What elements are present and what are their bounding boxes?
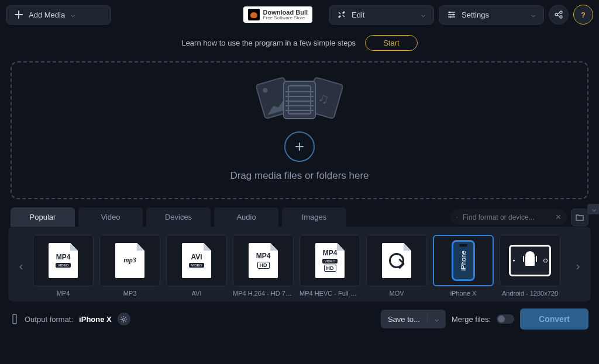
collapse-toggle[interactable]: ⌵ <box>587 204 599 214</box>
search-input[interactable] <box>463 213 550 221</box>
format-label: MP4 <box>57 290 70 297</box>
merge-files-toggle[interactable] <box>497 314 514 324</box>
folder-icon <box>576 214 584 221</box>
video-icon <box>283 81 316 119</box>
format-label: MOV <box>389 290 404 297</box>
logo-line2: Free Software Store <box>263 16 308 20</box>
merge-files-label: Merge files: <box>452 315 491 324</box>
edit-label: Edit <box>352 11 364 19</box>
chevron-down-icon: ⌵ <box>421 11 425 19</box>
gear-icon <box>120 316 128 323</box>
chevron-down-icon: ⌵ <box>531 11 535 19</box>
logo-line1: Download Bull <box>263 9 308 16</box>
format-mp4[interactable]: MP4VIDEO MP4 <box>33 235 94 297</box>
help-icon: ? <box>581 11 586 19</box>
folder-button[interactable] <box>571 209 588 226</box>
tab-devices[interactable]: Devices <box>146 207 211 227</box>
svg-rect-7 <box>13 314 16 324</box>
chevron-down-icon: ⌵ <box>71 11 75 19</box>
add-media-label: Add Media <box>29 11 65 19</box>
format-list: MP4VIDEO MP4 mp3 MP3 AVIVIDEO AVI MP4HD … <box>33 235 566 297</box>
scroll-right-button[interactable]: › <box>570 259 586 273</box>
format-iphone-x[interactable]: iPhone X <box>433 235 494 297</box>
format-label: MP4 HEVC - Full HD 1... <box>300 290 360 297</box>
mp4-file-icon: MP4VIDEO <box>49 243 78 278</box>
svg-point-0 <box>449 12 451 13</box>
dropzone[interactable]: + Drag media files or folders here <box>11 61 588 199</box>
save-to-button[interactable]: Save to... ⌵ <box>381 310 446 328</box>
logo: Download Bull Free Software Store <box>243 6 312 23</box>
plus-icon <box>15 11 23 19</box>
bull-icon <box>248 9 260 20</box>
svg-point-3 <box>555 13 557 16</box>
format-android[interactable]: Android - 1280x720 <box>500 235 560 297</box>
top-toolbar: Add Media ⌵ Download Bull Free Software … <box>0 0 599 29</box>
info-icon[interactable] <box>11 314 19 324</box>
format-label: AVI <box>192 290 202 297</box>
scroll-left-button[interactable]: ‹ <box>13 259 29 273</box>
save-to-label: Save to... <box>388 315 420 324</box>
edit-button[interactable]: Edit ⌵ <box>329 5 434 25</box>
output-format-label: Output format: <box>25 315 73 324</box>
format-mov[interactable]: MOV <box>366 235 427 297</box>
mp4hevc-file-icon: MP4VIDEOHD <box>315 243 345 278</box>
format-panel: ‹ MP4VIDEO MP4 mp3 MP3 AVIVIDEO AVI MP4H… <box>8 227 591 301</box>
format-tabs: Popular Video Devices Audio Images ✕ ⌵ <box>0 207 599 227</box>
svg-point-4 <box>560 11 562 13</box>
dropzone-text: Drag media files or folders here <box>230 170 369 182</box>
mp3-file-icon: mp3 <box>115 243 144 278</box>
svg-point-8 <box>123 318 125 320</box>
iphone-icon <box>452 240 475 281</box>
tab-popular[interactable]: Popular <box>11 207 75 227</box>
format-label: Android - 1280x720 <box>502 290 558 297</box>
format-mp4-hevc[interactable]: MP4VIDEOHD MP4 HEVC - Full HD 1... <box>300 235 360 297</box>
chevron-down-icon: ⌵ <box>435 315 439 323</box>
avi-file-icon: AVIVIDEO <box>182 243 211 278</box>
output-settings-button[interactable] <box>118 313 130 325</box>
format-label: MP4 H.264 - HD 720p <box>233 290 294 297</box>
svg-point-5 <box>560 16 562 18</box>
start-button[interactable]: Start <box>365 35 417 51</box>
tab-video[interactable]: Video <box>78 207 143 227</box>
add-files-button[interactable]: + <box>284 131 315 162</box>
search-box[interactable]: ✕ <box>450 209 567 225</box>
svg-point-6 <box>456 216 457 217</box>
convert-button[interactable]: Convert <box>520 308 588 330</box>
mov-file-icon <box>382 243 411 278</box>
share-icon <box>555 11 563 19</box>
help-button[interactable]: ? <box>573 5 593 25</box>
settings-button[interactable]: Settings ⌵ <box>439 5 544 25</box>
plus-icon: + <box>295 137 304 156</box>
tools-icon <box>338 11 346 19</box>
banner-text: Learn how to use the program in a few si… <box>181 39 356 47</box>
svg-point-1 <box>453 14 455 16</box>
clear-search-icon[interactable]: ✕ <box>555 213 562 221</box>
format-mp4-h264[interactable]: MP4HD MP4 H.264 - HD 720p <box>233 235 294 297</box>
chevron-down-icon: ⌵ <box>592 205 596 213</box>
footer-bar: Output format: iPhone X Save to... ⌵ Mer… <box>0 301 599 337</box>
format-mp3[interactable]: mp3 MP3 <box>99 235 160 297</box>
tab-audio[interactable]: Audio <box>214 207 278 227</box>
tutorial-banner: Learn how to use the program in a few si… <box>0 29 599 57</box>
tab-images[interactable]: Images <box>282 207 346 227</box>
output-format-value: iPhone X <box>79 315 112 324</box>
format-label: iPhone X <box>450 290 477 297</box>
svg-point-2 <box>450 16 452 18</box>
media-icons-group <box>253 79 346 121</box>
android-tablet-icon <box>509 245 551 276</box>
share-button[interactable] <box>549 5 569 25</box>
format-label: MP3 <box>123 290 137 297</box>
mp4hd-file-icon: MP4HD <box>249 243 278 278</box>
settings-label: Settings <box>462 11 489 19</box>
add-media-button[interactable]: Add Media ⌵ <box>6 5 111 25</box>
sliders-icon <box>447 11 456 19</box>
search-icon <box>456 214 458 221</box>
format-avi[interactable]: AVIVIDEO AVI <box>166 235 227 297</box>
